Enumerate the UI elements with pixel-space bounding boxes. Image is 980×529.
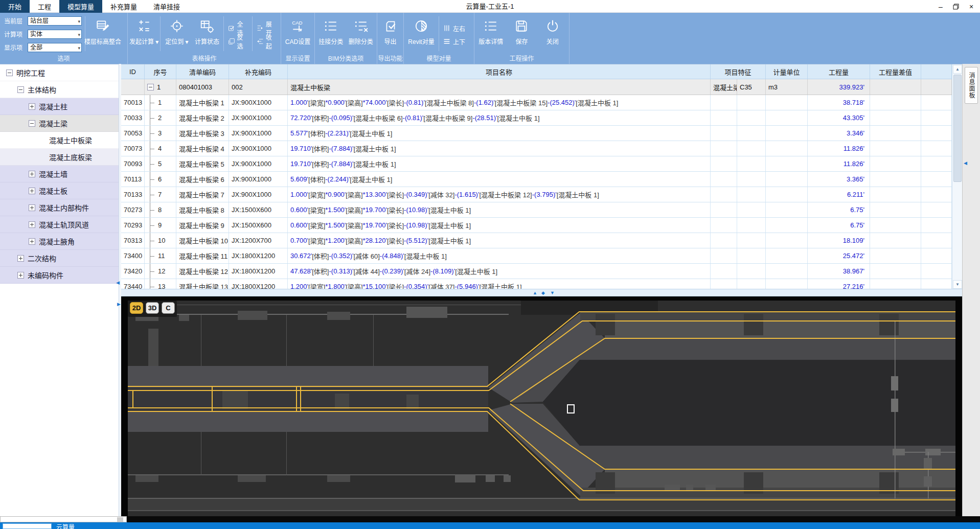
cad-viewer-panel[interactable]: 2D3DC bbox=[121, 296, 962, 522]
table-vertical-scrollbar[interactable]: ▲ ▼ bbox=[952, 64, 962, 289]
viewer-expand-icon[interactable]: ▶ bbox=[117, 302, 121, 307]
menu-tab-模型算量[interactable]: 模型算量 bbox=[59, 0, 102, 13]
menu-tab-补充算量[interactable]: 补充算量 bbox=[102, 0, 145, 13]
ribbon-button-计算状态[interactable]: 计算状态 bbox=[192, 14, 221, 55]
collapse-toggle-icon[interactable] bbox=[6, 70, 13, 76]
splitter-down-icon[interactable]: ▼ bbox=[550, 291, 555, 295]
ribbon-button-发起计算[interactable]: 发起计算 ▾ bbox=[129, 14, 158, 55]
table-row[interactable]: 701136混凝土中板梁 6JX:900X10005.609'[体积]-(2.2… bbox=[121, 172, 952, 187]
selector-dropdown-当前层[interactable]: 站台层 bbox=[28, 16, 82, 26]
expand-toggle-icon[interactable] bbox=[17, 272, 24, 279]
expand-toggle-icon[interactable] bbox=[29, 103, 35, 110]
table-row[interactable]: 7342012混凝土中板梁 12JX:1800X120047.628'[体积]-… bbox=[121, 264, 952, 279]
ribbon-button-版本详情[interactable]: 版本详情 bbox=[476, 14, 506, 55]
cell-diff bbox=[870, 156, 921, 171]
splitter-up-icon[interactable]: ▲ bbox=[533, 291, 537, 295]
tree-item-未编码构件[interactable]: 未编码构件 bbox=[0, 267, 119, 284]
tree-item-明挖工程[interactable]: 明挖工程 bbox=[0, 64, 119, 81]
tree-item-混凝土轨顶风道[interactable]: 混凝土轨顶风道 bbox=[0, 216, 119, 233]
tree-item-label: 混凝土柱 bbox=[39, 101, 67, 111]
tree-item-混凝土中板梁[interactable]: 混凝土中板梁 bbox=[0, 132, 119, 149]
ribbon-button-反选[interactable]: 反选 bbox=[226, 35, 249, 48]
column-header-清单编码[interactable]: 清单编码 bbox=[176, 64, 229, 79]
close-button[interactable]: × bbox=[964, 0, 979, 13]
column-header-extra[interactable] bbox=[921, 64, 952, 79]
ribbon-button-关闭[interactable]: 关闭 bbox=[538, 14, 567, 55]
expand-toggle-icon[interactable] bbox=[29, 188, 35, 194]
column-header-项目名称[interactable]: 项目名称 bbox=[288, 64, 711, 79]
table-row[interactable]: 700935混凝土中板梁 5JX:900X100019.710'[体积]-(7.… bbox=[121, 156, 952, 172]
menu-tab-清单挂接[interactable]: 清单挂接 bbox=[145, 0, 188, 13]
horizontal-scrollbar[interactable] bbox=[0, 516, 127, 522]
status-input[interactable] bbox=[3, 523, 52, 529]
tree-item-二次结构[interactable]: 二次结构 bbox=[0, 250, 119, 267]
tree-item-混凝土腋角[interactable]: 混凝土腋角 bbox=[0, 233, 119, 250]
column-header-工程量[interactable]: 工程量 bbox=[808, 64, 870, 79]
collapse-toggle-icon[interactable] bbox=[147, 84, 154, 90]
column-header-补充编码[interactable]: 补充编码 bbox=[229, 64, 288, 79]
table-row[interactable]: 7031310混凝土中板梁 10JX:1200X7000.700'[梁宽]*1.… bbox=[121, 233, 952, 248]
column-header-ID[interactable]: ID bbox=[121, 64, 145, 79]
table-header-row: ID序号清单编码补充编码项目名称项目特征计量单位工程量工程量差值 bbox=[121, 64, 952, 79]
scrollbar-thumb[interactable] bbox=[953, 75, 962, 182]
expand-toggle-icon[interactable] bbox=[29, 221, 35, 228]
ribbon-button-保存[interactable]: 保存 bbox=[507, 14, 536, 55]
ribbon-button-收起[interactable]: 收起 bbox=[255, 35, 278, 48]
expand-toggle-icon[interactable] bbox=[29, 238, 35, 245]
column-header-工程量差值[interactable]: 工程量差值 bbox=[870, 64, 921, 79]
ribbon-group-选项: 当前层站台层计算项实体显示项全部楼层标高整合选项 bbox=[0, 13, 128, 64]
expand-toggle-icon[interactable] bbox=[29, 171, 35, 177]
column-header-序号[interactable]: 序号 bbox=[145, 64, 176, 79]
table-row[interactable]: 7344013混凝土中板梁 13JX:1800X12001.200'[梁宽]*1… bbox=[121, 279, 952, 289]
table-row[interactable]: 700131混凝土中板梁 1JX:900X10001.000'[梁宽]*0.90… bbox=[121, 95, 952, 110]
message-panel-collapse-icon[interactable]: ◀ bbox=[964, 161, 967, 166]
view-button-3D[interactable]: 3D bbox=[146, 302, 159, 314]
menu-tab-开始[interactable]: 开始 bbox=[0, 0, 30, 13]
minimize-button[interactable]: – bbox=[933, 0, 948, 13]
table-row[interactable]: 700332混凝土中板梁 2JX:900X100072.720'[体积]-(0.… bbox=[121, 110, 952, 126]
restore-button[interactable] bbox=[948, 0, 964, 13]
table-row[interactable]: 700533混凝土中板梁 3JX:900X10005.577'[体积]-(2.2… bbox=[121, 126, 952, 141]
ribbon-button-CAD设置[interactable]: CADCAD设置 bbox=[283, 14, 313, 55]
ribbon-group-title: 选项 bbox=[0, 55, 127, 64]
tree-item-混凝土梁[interactable]: 混凝土梁 bbox=[0, 115, 119, 132]
ribbon-button-Revit对量[interactable]: Revit对量 bbox=[405, 14, 437, 55]
table-group-row[interactable]: 1080401003002混凝土中板梁混凝土梁C35m3339.923' bbox=[121, 79, 952, 95]
collapse-toggle-icon[interactable] bbox=[29, 120, 35, 127]
column-header-计量单位[interactable]: 计量单位 bbox=[766, 64, 808, 79]
collapse-toggle-icon[interactable] bbox=[17, 86, 24, 93]
scroll-up-icon[interactable]: ▲ bbox=[953, 65, 962, 74]
ribbon-button-定位到[interactable]: 定位到 ▾ bbox=[162, 14, 191, 55]
table-row[interactable]: 702738混凝土中板梁 8JX:1500X6000.600'[梁宽]*1.50… bbox=[121, 202, 952, 218]
ribbon-group-导出功能: 导出导出功能 bbox=[377, 13, 404, 64]
table-row[interactable]: 7340011混凝土中板梁 11JX:1800X120030.672'[体积]-… bbox=[121, 248, 952, 264]
ribbon-button-楼层标高整合[interactable]: 楼层标高整合 bbox=[87, 14, 119, 55]
tree-item-混凝土内部构件[interactable]: 混凝土内部构件 bbox=[0, 199, 119, 216]
selector-dropdown-计算项[interactable]: 实体 bbox=[28, 30, 82, 39]
expand-toggle-icon[interactable] bbox=[17, 255, 24, 262]
tree-item-混凝土墙[interactable]: 混凝土墙 bbox=[0, 166, 119, 182]
sidebar-collapse-icon[interactable]: ◀ bbox=[116, 281, 120, 285]
view-button-2D[interactable]: 2D bbox=[130, 302, 143, 314]
table-row[interactable]: 700734混凝土中板梁 4JX:900X100019.710'[体积]-(7.… bbox=[121, 141, 952, 156]
expand-toggle-icon[interactable] bbox=[29, 204, 35, 211]
view-button-C[interactable]: C bbox=[162, 302, 175, 314]
ribbon-button-导出[interactable]: 导出 bbox=[379, 14, 402, 55]
menu-tab-工程[interactable]: 工程 bbox=[30, 0, 59, 13]
column-header-项目特征[interactable]: 项目特征 bbox=[711, 64, 766, 79]
tree-item-混凝土柱[interactable]: 混凝土柱 bbox=[0, 98, 119, 115]
selector-dropdown-显示项[interactable]: 全部 bbox=[28, 43, 82, 52]
ribbon-button-上下[interactable]: 上下 bbox=[442, 35, 467, 48]
tree-item-混凝土底板梁[interactable]: 混凝土底板梁 bbox=[0, 149, 119, 166]
horizontal-scrollbar-thumb[interactable] bbox=[117, 517, 123, 522]
table-row[interactable]: 701337混凝土中板梁 7JX:900X10001.000'[梁宽]*0.90… bbox=[121, 187, 952, 202]
ribbon-button-挂接分类[interactable]: 挂接分类 bbox=[316, 14, 346, 55]
ribbon-button-左右[interactable]: 左右 bbox=[442, 21, 467, 35]
tree-item-混凝土板[interactable]: 混凝土板 bbox=[0, 182, 119, 199]
scroll-down-icon[interactable]: ▼ bbox=[953, 280, 962, 289]
table-row[interactable]: 702939混凝土中板梁 9JX:1500X6000.600'[梁宽]*1.50… bbox=[121, 218, 952, 233]
message-panel-tab[interactable]: 消息面板 bbox=[965, 67, 978, 104]
table-viewer-splitter[interactable]: ▲ ◆ ▼ bbox=[121, 289, 962, 296]
ribbon-button-删除分类[interactable]: 删除分类 bbox=[347, 14, 376, 55]
tree-item-主体结构[interactable]: 主体结构 bbox=[0, 81, 119, 98]
